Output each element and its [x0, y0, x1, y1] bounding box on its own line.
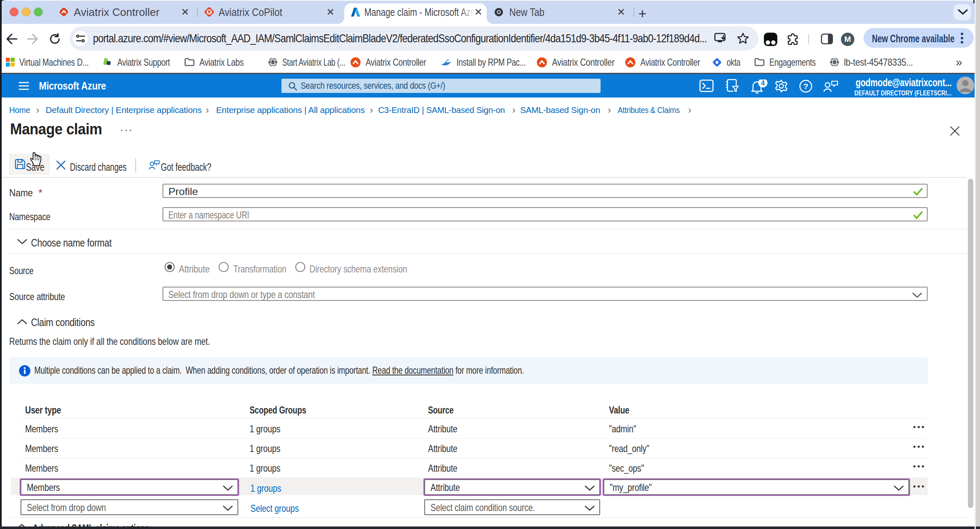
svg-text:4: 4: [761, 80, 765, 87]
svg-text:?: ?: [803, 82, 808, 91]
